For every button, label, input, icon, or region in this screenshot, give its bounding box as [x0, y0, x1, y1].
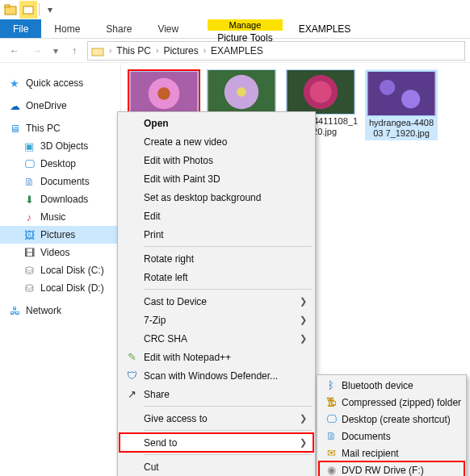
- shield-icon: 🛡: [124, 369, 139, 383]
- svg-point-9: [237, 87, 246, 97]
- menu-cast[interactable]: Cast to Device❯: [120, 292, 313, 311]
- breadcrumb[interactable]: Pictures: [163, 45, 198, 56]
- forward-button[interactable]: →: [27, 41, 47, 61]
- menu-label: 7-Zip: [144, 315, 166, 326]
- menu-send-to[interactable]: Send to❯: [120, 433, 313, 452]
- chevron-right-icon[interactable]: ›: [109, 46, 111, 55]
- menu-separator: [144, 430, 312, 431]
- menu-label: Documents: [342, 431, 391, 442]
- share-icon: ↗: [124, 387, 139, 402]
- menu-rotate-right[interactable]: Rotate right: [120, 249, 313, 268]
- chevron-right-icon: ❯: [300, 296, 307, 307]
- menu-defender[interactable]: 🛡Scan with Windows Defender...: [120, 366, 313, 385]
- menu-give-access[interactable]: Give access to❯: [120, 409, 313, 428]
- share-tab[interactable]: Share: [93, 19, 145, 38]
- nav-documents[interactable]: 🗎 Documents: [0, 173, 120, 190]
- sendto-mail[interactable]: ✉Mail recipient: [319, 445, 464, 461]
- qat-dropdown[interactable]: ▾: [41, 1, 59, 19]
- file-tab[interactable]: File: [0, 19, 41, 38]
- nav-videos[interactable]: 🎞 Videos: [0, 244, 120, 261]
- menu-rotate-left[interactable]: Rotate left: [120, 268, 313, 286]
- video-icon: 🎞: [23, 246, 36, 259]
- sendto-compressed[interactable]: 🗜Compressed (zipped) folder: [319, 394, 464, 411]
- nav-label: Music: [40, 211, 65, 223]
- menu-label: Share: [144, 389, 170, 400]
- chevron-right-icon: ❯: [300, 413, 307, 424]
- document-icon: 🗎: [23, 175, 36, 188]
- svg-rect-3: [92, 48, 103, 56]
- menu-set-background[interactable]: Set as desktop background: [120, 188, 313, 207]
- cloud-icon: ☁: [8, 99, 21, 112]
- sendto-dvd-drive[interactable]: ◉DVD RW Drive (F:): [319, 461, 464, 476]
- thumbnail: [207, 69, 276, 115]
- nav-quick-access[interactable]: ★ Quick access: [0, 74, 120, 92]
- breadcrumb[interactable]: EXAMPLES: [211, 45, 263, 56]
- nav-local-disk-d[interactable]: ⛁ Local Disk (D:): [0, 279, 120, 297]
- menu-label: Cast to Device: [144, 296, 207, 307]
- nav-label: Videos: [40, 247, 69, 258]
- view-tab[interactable]: View: [145, 19, 191, 38]
- menu-7zip[interactable]: 7-Zip❯: [120, 311, 313, 329]
- svg-point-12: [310, 81, 332, 103]
- nav-music[interactable]: ♪ Music: [0, 208, 120, 226]
- pc-icon: 🖥: [8, 122, 21, 135]
- back-button[interactable]: ←: [5, 41, 24, 61]
- recent-dropdown[interactable]: ▾: [50, 41, 61, 61]
- menu-cut[interactable]: Cut: [120, 457, 313, 476]
- nav-label: Local Disk (C:): [40, 265, 104, 276]
- menu-edit[interactable]: Edit: [120, 207, 313, 225]
- nav-this-pc[interactable]: 🖥 This PC: [0, 119, 120, 137]
- thumbnail: [286, 69, 355, 115]
- desktop-icon: 🖵: [324, 412, 338, 427]
- chevron-right-icon: ❯: [300, 437, 307, 448]
- nav-label: Downloads: [40, 194, 88, 205]
- sendto-documents[interactable]: 🗎Documents: [319, 428, 464, 445]
- window-title: EXAMPLES: [299, 19, 351, 38]
- manage-label: Manage: [208, 19, 282, 31]
- nav-network[interactable]: 🖧 Network: [0, 302, 120, 319]
- svg-rect-2: [23, 6, 33, 14]
- menu-share[interactable]: ↗Share: [120, 385, 313, 403]
- sendto-desktop[interactable]: 🖵Desktop (create shortcut): [319, 411, 464, 428]
- music-icon: ♪: [23, 211, 36, 223]
- menu-edit-photos[interactable]: Edit with Photos: [120, 151, 313, 169]
- cube-icon: ▣: [23, 140, 36, 152]
- menu-label: Scan with Windows Defender...: [144, 370, 278, 382]
- nav-downloads[interactable]: ⬇ Downloads: [0, 190, 120, 208]
- nav-label: Documents: [40, 176, 90, 187]
- chevron-right-icon[interactable]: ›: [204, 46, 206, 55]
- nav-label: Pictures: [40, 229, 75, 240]
- desktop-icon: 🖵: [23, 157, 36, 170]
- nav-label: OneDrive: [26, 100, 67, 111]
- menu-edit-paint3d[interactable]: Edit with Paint 3D: [120, 169, 313, 188]
- file-item[interactable]: hydrangea-440803 7_1920.jpg: [365, 69, 438, 140]
- nav-desktop[interactable]: 🖵 Desktop: [0, 155, 120, 173]
- menu-crc-sha[interactable]: CRC SHA❯: [120, 329, 313, 348]
- breadcrumb[interactable]: This PC: [116, 45, 151, 56]
- menu-notepad[interactable]: ✎Edit with Notepad++: [120, 348, 313, 366]
- qat-button[interactable]: [19, 1, 37, 19]
- menu-create-video[interactable]: Create a new video: [120, 132, 313, 151]
- menu-print[interactable]: Print: [120, 225, 313, 244]
- menu-separator: [144, 454, 312, 455]
- nav-3d-objects[interactable]: ▣ 3D Objects: [0, 137, 120, 155]
- navigation-pane: ★ Quick access ☁ OneDrive 🖥 This PC ▣ 3D…: [0, 63, 121, 476]
- menu-open[interactable]: Open: [120, 114, 313, 132]
- chevron-right-icon: ❯: [300, 315, 307, 325]
- address-box[interactable]: › This PC › Pictures › EXAMPLES: [87, 41, 465, 61]
- chevron-right-icon[interactable]: ›: [156, 46, 158, 55]
- nav-onedrive[interactable]: ☁ OneDrive: [0, 97, 120, 115]
- up-button[interactable]: ↑: [65, 41, 84, 61]
- drive-icon: ⛁: [23, 282, 36, 294]
- nav-local-disk-c[interactable]: ⛁ Local Disk (C:): [0, 261, 120, 279]
- sendto-submenu: ᛒBluetooth device 🗜Compressed (zipped) f…: [317, 374, 467, 476]
- home-tab[interactable]: Home: [41, 19, 93, 38]
- nav-pictures[interactable]: 🖼 Pictures: [0, 226, 120, 244]
- sendto-bluetooth[interactable]: ᛒBluetooth device: [319, 377, 464, 394]
- zip-icon: 🗜: [324, 395, 338, 410]
- thumbnail: [129, 71, 199, 116]
- network-icon: 🖧: [8, 304, 21, 317]
- svg-rect-1: [5, 5, 10, 7]
- folder-icon: [91, 44, 104, 57]
- mail-icon: ✉: [324, 446, 338, 461]
